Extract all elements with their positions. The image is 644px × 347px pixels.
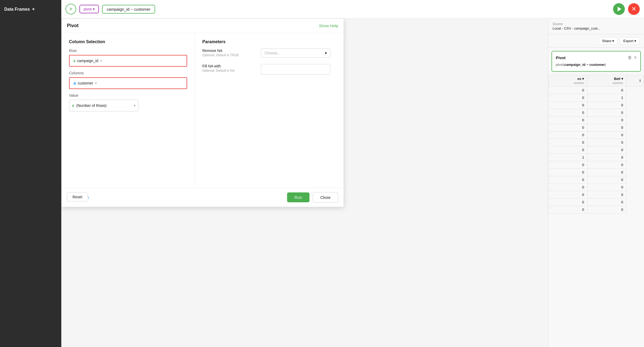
fill-na-sublabel: Optional: Default is NA xyxy=(202,69,256,72)
table-row: 00 xyxy=(549,206,644,213)
column-selection-panel: Column Selection Row # campaign_id × Col… xyxy=(62,33,195,188)
dialog-area: Pivot Show Help Column Selection Row # c… xyxy=(61,18,548,347)
dialog-title: Pivot xyxy=(67,23,79,29)
add-button[interactable]: + xyxy=(66,4,76,14)
fill-na-label-block: Fill NA with Optional: Default is NA xyxy=(202,64,256,72)
export-label: Export xyxy=(623,39,633,43)
table-cell: 0 xyxy=(549,183,587,191)
show-help-link[interactable]: Show Help xyxy=(319,23,338,28)
table-col-l: l xyxy=(626,75,644,86)
table-cell: 0 xyxy=(587,198,626,206)
dialog-body: Column Selection Row # campaign_id × Col… xyxy=(62,33,344,188)
fill-na-input[interactable] xyxy=(261,64,330,75)
main-area: + pivot ▾ campaign_id ~ customer ✕ Pivot… xyxy=(61,0,644,347)
remove-na-chevron-icon: ▾ xyxy=(325,51,327,55)
table-cell: 0 xyxy=(549,131,587,139)
pivot-card-actions: 🗑 ≡ xyxy=(628,55,637,60)
table-row: 00 xyxy=(549,86,644,94)
table-row: 00 xyxy=(549,139,644,146)
content-area: Pivot Show Help Column Selection Row # c… xyxy=(61,18,644,347)
table-header-row: es ▾ numeric Bell ▾ numeric l xyxy=(549,75,644,86)
export-chevron-icon: ▾ xyxy=(634,39,636,43)
table-cell: 0 xyxy=(549,139,587,146)
table-row: 00 xyxy=(549,198,644,206)
close-dialog-button[interactable]: Close xyxy=(313,192,338,203)
sidebar: Data Frames + xyxy=(0,0,61,347)
share-button[interactable]: Share ▾ xyxy=(599,37,618,45)
data-table: es ▾ numeric Bell ▾ numeric l xyxy=(548,75,644,213)
value-field-label: Value xyxy=(69,93,187,98)
pivot-button-label: pivot xyxy=(84,7,92,11)
columns-tag-a-icon: A xyxy=(73,81,76,86)
pivot-card: Pivot 🗑 ≡ pivot(campaign_id ~ customer) xyxy=(552,51,641,72)
table-cell: 0 xyxy=(549,198,587,206)
table-cell: 1 xyxy=(549,154,587,161)
run-dialog-button[interactable]: Run xyxy=(287,192,309,202)
reset-button[interactable]: Reset xyxy=(67,192,88,201)
table-cell: 0 xyxy=(587,176,626,183)
table-col-bell: Bell ▾ numeric xyxy=(587,75,626,86)
pivot-button[interactable]: pivot ▾ xyxy=(79,5,99,13)
table-cell: 0 xyxy=(549,146,587,154)
value-select[interactable]: # (Number of Rows) ▾ xyxy=(69,100,138,111)
row-tag: # campaign_id × xyxy=(72,58,103,64)
parameters-panel: Parameters Remove NA Optional: Default i… xyxy=(195,33,344,188)
remove-na-row: Remove NA Optional: Default is TRUE Choo… xyxy=(202,49,336,58)
table-row: 00 xyxy=(549,124,644,131)
export-button[interactable]: Export ▾ xyxy=(620,37,640,45)
pivot-card-header: Pivot 🗑 ≡ xyxy=(556,55,637,60)
columns-tag-remove-button[interactable]: × xyxy=(95,81,97,85)
table-cell: 0 xyxy=(587,86,626,94)
columns-tag: A customer × xyxy=(72,80,98,86)
table-cell: 0 xyxy=(549,168,587,176)
right-panel-toolbar: Share ▾ Export ▾ xyxy=(548,34,644,48)
table-cell: 0 xyxy=(549,94,587,101)
value-hash-icon: # xyxy=(72,103,74,108)
source-label: Source xyxy=(553,22,640,26)
remove-na-select-text: Choose... xyxy=(264,51,280,55)
table-row: 10 xyxy=(549,154,644,161)
fill-na-row: Fill NA with Optional: Default is NA xyxy=(202,64,336,75)
sidebar-title: Data Frames + xyxy=(0,4,61,14)
table-row: 00 xyxy=(549,116,644,124)
table-cell: 0 xyxy=(549,124,587,131)
table-row: 00 xyxy=(549,183,644,191)
table-row: 00 xyxy=(549,101,644,109)
table-cell: 0 xyxy=(587,101,626,109)
remove-na-select[interactable]: Choose... ▾ xyxy=(261,49,330,58)
sidebar-title-text: Data Frames xyxy=(4,7,30,12)
table-cell: 0 xyxy=(587,183,626,191)
pivot-card-formula: pivot(campaign_id ~ customer) xyxy=(556,62,637,67)
sidebar-add-button[interactable]: + xyxy=(32,6,35,12)
row-tag-remove-button[interactable]: × xyxy=(100,59,102,63)
table-cell: 1 xyxy=(587,94,626,101)
table-cell: 0 xyxy=(549,86,587,94)
remove-na-label: Remove NA xyxy=(202,49,256,53)
table-row: 00 xyxy=(549,176,644,183)
pivot-card-menu-button[interactable]: ≡ xyxy=(634,55,637,60)
pivot-card-title: Pivot xyxy=(556,55,566,60)
table-cell: 0 xyxy=(587,116,626,124)
table-cell: 0 xyxy=(549,191,587,198)
pivot-dialog: Pivot Show Help Column Selection Row # c… xyxy=(61,18,344,207)
table-col-es: es ▾ numeric xyxy=(549,75,587,86)
close-toolbar-button[interactable]: ✕ xyxy=(628,3,640,15)
formula-button[interactable]: campaign_id ~ customer xyxy=(102,5,155,14)
share-label: Share xyxy=(602,39,611,43)
table-row: 00 xyxy=(549,109,644,116)
table-cell: 0 xyxy=(587,161,626,168)
columns-tag-input[interactable]: A customer × xyxy=(69,77,187,89)
table-row: 00 xyxy=(549,191,644,198)
parameters-title: Parameters xyxy=(202,39,336,44)
table-cell: 0 xyxy=(549,176,587,183)
columns-tag-text: customer xyxy=(78,81,93,85)
remove-na-label-block: Remove NA Optional: Default is TRUE xyxy=(202,49,256,57)
table-cell: 0 xyxy=(587,109,626,116)
pivot-card-delete-button[interactable]: 🗑 xyxy=(628,55,632,60)
run-button[interactable] xyxy=(613,3,625,15)
table-cell: 0 xyxy=(587,154,626,161)
table-cell: 0 xyxy=(549,116,587,124)
table-cell: 0 xyxy=(587,168,626,176)
table-cell: 0 xyxy=(549,101,587,109)
row-tag-input[interactable]: # campaign_id × xyxy=(69,55,187,67)
